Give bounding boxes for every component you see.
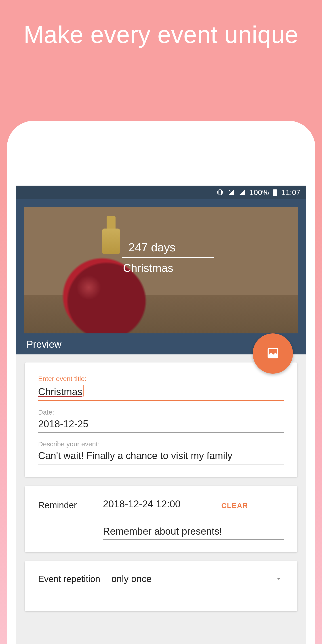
repetition-value: only once xyxy=(111,574,151,584)
event-description-input[interactable]: Can't wait! Finally a chance to visit my… xyxy=(38,450,284,464)
preview-event-name: Christmas xyxy=(122,262,285,274)
repetition-select[interactable]: only once xyxy=(111,574,284,584)
vibrate-icon xyxy=(216,188,224,196)
preview-image[interactable]: 247 days Christmas xyxy=(24,207,298,334)
preview-header: 247 days Christmas Preview xyxy=(16,199,306,354)
battery-icon xyxy=(273,189,277,196)
event-title-value: Christmas xyxy=(38,386,82,397)
reminder-label: Reminder xyxy=(38,498,94,510)
event-title-input[interactable]: Christmas xyxy=(38,385,284,401)
image-icon xyxy=(267,347,279,360)
svg-rect-6 xyxy=(273,190,277,196)
reminder-card: Reminder 2018-12-24 12:00 CLEAR Remember… xyxy=(25,486,298,552)
ornament-decoration xyxy=(102,216,120,254)
description-label: Describe your event: xyxy=(38,440,284,448)
text-cursor xyxy=(83,385,84,396)
signal-x-icon xyxy=(228,189,235,196)
svg-rect-0 xyxy=(219,190,221,195)
app-screen: 100% 11:07 247 days Christmas Preview xyxy=(16,186,306,644)
signal-icon xyxy=(239,189,245,196)
change-image-button[interactable] xyxy=(253,334,293,374)
chevron-down-icon xyxy=(276,574,282,584)
clear-button[interactable]: CLEAR xyxy=(221,498,248,510)
event-details-card: Enter event title: Christmas Date: 2018-… xyxy=(25,362,298,477)
preview-overlay: 247 days Christmas xyxy=(122,240,285,274)
status-bar: 100% 11:07 xyxy=(16,186,306,199)
repetition-card: Event repetition only once xyxy=(25,561,298,611)
date-label: Date: xyxy=(38,408,284,416)
content-area: Enter event title: Christmas Date: 2018-… xyxy=(16,354,306,611)
title-label: Enter event title: xyxy=(38,375,284,382)
phone-frame: 100% 11:07 247 days Christmas Preview xyxy=(7,121,315,644)
reminder-datetime-input[interactable]: 2018-12-24 12:00 xyxy=(103,498,213,512)
svg-rect-5 xyxy=(274,189,277,190)
preview-divider xyxy=(122,257,214,258)
repetition-label: Event repetition xyxy=(38,574,100,584)
countdown-days: 247 days xyxy=(122,240,285,257)
reminder-note-input[interactable]: Remember about presents! xyxy=(103,526,284,540)
event-date-input[interactable]: 2018-12-25 xyxy=(38,418,284,433)
phone-side-button xyxy=(315,378,315,422)
phone-side-button xyxy=(315,344,315,369)
clock-time: 11:07 xyxy=(281,188,300,197)
promo-title: Make every event unique xyxy=(0,0,322,49)
battery-percent: 100% xyxy=(249,188,269,197)
